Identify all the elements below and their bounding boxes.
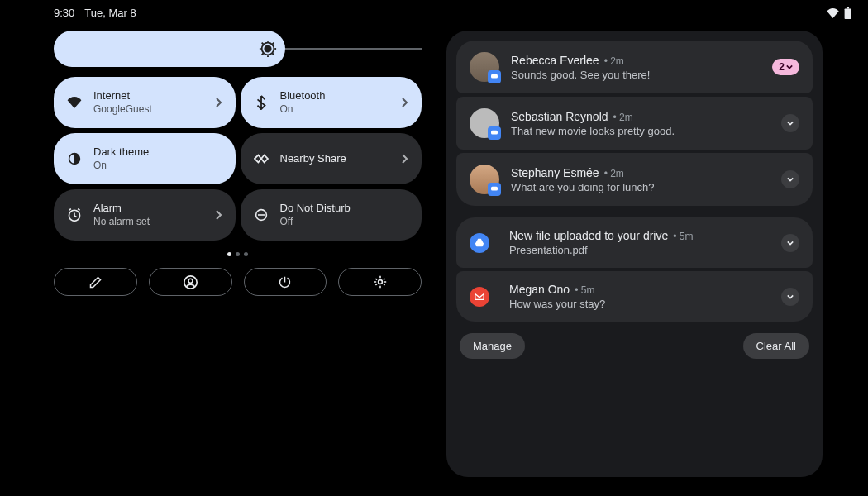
notification-message: That new movie looks pretty good. bbox=[511, 125, 770, 137]
alarm-icon bbox=[67, 207, 82, 222]
svg-rect-21 bbox=[491, 187, 498, 191]
settings-button[interactable] bbox=[338, 268, 422, 296]
chevron-right-icon[interactable] bbox=[216, 98, 222, 107]
status-time: 9:30 bbox=[54, 7, 74, 19]
notification-title: New file uploaded to your drive bbox=[509, 229, 668, 242]
avatar bbox=[470, 165, 499, 194]
power-icon bbox=[279, 276, 291, 289]
notification-count-chip[interactable]: 2 bbox=[772, 59, 799, 75]
manage-button[interactable]: Manage bbox=[460, 333, 525, 359]
svg-line-9 bbox=[273, 54, 274, 55]
nearby-share-icon bbox=[254, 154, 269, 164]
quick-settings-panel: Internet GoogleGuest Bluetooth On bbox=[54, 31, 422, 477]
dark-theme-icon bbox=[67, 152, 82, 165]
edit-button[interactable] bbox=[54, 268, 137, 296]
chevron-down-icon bbox=[787, 241, 794, 246]
tile-subtitle: Off bbox=[280, 216, 409, 229]
notification-title: Stephany Esmée bbox=[511, 166, 599, 179]
notification-item[interactable]: Rebecca Everlee • 2m Sounds good. See yo… bbox=[456, 41, 813, 93]
notification-title: Rebecca Everlee bbox=[511, 54, 599, 67]
avatar bbox=[470, 52, 499, 82]
page-indicator bbox=[54, 252, 422, 256]
chevron-down-icon bbox=[786, 64, 793, 69]
power-button[interactable] bbox=[244, 268, 327, 296]
svg-point-17 bbox=[188, 279, 193, 283]
status-bar: 9:30 Tue, Mar 8 bbox=[0, 0, 868, 22]
notification-group: New file uploaded to your drive • 5m Pre… bbox=[456, 217, 813, 322]
svg-line-11 bbox=[273, 43, 274, 45]
svg-point-2 bbox=[265, 45, 270, 51]
svg-rect-1 bbox=[847, 7, 849, 9]
chevron-down-icon bbox=[787, 121, 794, 126]
notification-message: What are you doing for lunch? bbox=[511, 181, 770, 193]
tile-subtitle: On bbox=[93, 160, 222, 173]
notification-item[interactable]: Sebastian Reynold • 2m That new movie lo… bbox=[456, 97, 813, 150]
chevron-right-icon[interactable] bbox=[216, 210, 222, 220]
status-date: Tue, Mar 8 bbox=[84, 7, 136, 19]
clear-all-button[interactable]: Clear All bbox=[743, 333, 809, 359]
messages-app-badge bbox=[488, 126, 501, 140]
battery-icon bbox=[844, 7, 851, 19]
chevron-right-icon[interactable] bbox=[402, 154, 408, 164]
chevron-down-icon bbox=[787, 294, 794, 299]
svg-rect-19 bbox=[491, 74, 498, 79]
brightness-slider[interactable] bbox=[54, 31, 422, 67]
tile-title: Dark theme bbox=[93, 145, 222, 160]
gmail-icon bbox=[470, 287, 489, 307]
tile-subtitle: On bbox=[280, 103, 391, 117]
gear-icon bbox=[374, 275, 387, 289]
svg-rect-0 bbox=[845, 8, 851, 18]
notification-message: How was your stay? bbox=[509, 298, 770, 310]
chevron-right-icon[interactable] bbox=[402, 98, 408, 107]
notification-group: Rebecca Everlee • 2m Sounds good. See yo… bbox=[456, 41, 813, 206]
expand-button[interactable] bbox=[781, 170, 799, 188]
expand-button[interactable] bbox=[781, 234, 799, 252]
user-icon bbox=[184, 275, 198, 289]
tile-title: Internet bbox=[93, 89, 204, 103]
tile-title: Do Not Disturb bbox=[280, 202, 409, 216]
bluetooth-icon bbox=[254, 95, 269, 110]
wifi-icon bbox=[827, 8, 839, 18]
messages-app-badge bbox=[488, 183, 501, 196]
tile-bluetooth[interactable]: Bluetooth On bbox=[241, 77, 422, 128]
user-button[interactable] bbox=[149, 268, 232, 296]
tile-internet[interactable]: Internet GoogleGuest bbox=[54, 77, 236, 128]
svg-line-8 bbox=[262, 43, 264, 45]
tile-dark-theme[interactable]: Dark theme On bbox=[54, 133, 236, 184]
wifi-icon bbox=[67, 97, 82, 108]
chevron-down-icon bbox=[787, 177, 794, 182]
notification-title: Sebastian Reynold bbox=[511, 110, 608, 123]
do-not-disturb-icon bbox=[254, 208, 269, 222]
svg-rect-20 bbox=[491, 131, 498, 135]
tile-title: Alarm bbox=[93, 202, 204, 216]
notification-item[interactable]: New file uploaded to your drive • 5m Pre… bbox=[456, 217, 813, 268]
expand-button[interactable] bbox=[781, 114, 799, 132]
tile-do-not-disturb[interactable]: Do Not Disturb Off bbox=[241, 189, 422, 241]
notification-title: Megan Ono bbox=[509, 283, 570, 296]
expand-button[interactable] bbox=[781, 288, 799, 306]
messages-app-badge bbox=[488, 70, 501, 83]
tile-subtitle: No alarm set bbox=[93, 216, 204, 229]
avatar bbox=[470, 108, 499, 138]
svg-point-18 bbox=[378, 280, 382, 284]
notification-message: Presentation.pdf bbox=[509, 244, 770, 256]
tile-subtitle: GoogleGuest bbox=[93, 103, 204, 117]
notification-message: Sounds good. See you there! bbox=[511, 69, 761, 81]
notification-panel: Rebecca Everlee • 2m Sounds good. See yo… bbox=[446, 31, 823, 477]
notification-item[interactable]: Stephany Esmée • 2m What are you doing f… bbox=[456, 153, 813, 206]
brightness-icon bbox=[259, 40, 277, 58]
pencil-icon bbox=[89, 276, 102, 289]
tile-title: Nearby Share bbox=[280, 152, 391, 166]
drive-icon bbox=[470, 233, 489, 253]
tile-alarm[interactable]: Alarm No alarm set bbox=[54, 189, 236, 241]
tile-nearby-share[interactable]: Nearby Share bbox=[241, 133, 422, 184]
svg-line-10 bbox=[262, 54, 264, 55]
notification-item[interactable]: Megan Ono • 5m How was your stay? bbox=[456, 271, 813, 322]
tile-title: Bluetooth bbox=[280, 89, 391, 103]
